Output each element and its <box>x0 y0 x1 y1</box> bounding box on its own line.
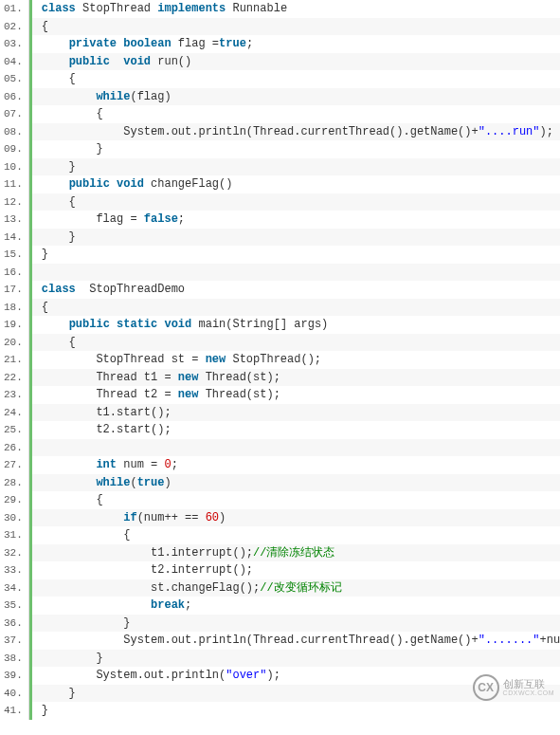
code-token: StopThread st = <box>42 353 206 366</box>
code-token: new <box>178 388 206 401</box>
code-token: } <box>42 248 48 261</box>
code-line: } <box>32 685 560 703</box>
code-token <box>42 511 123 524</box>
line-number: 24. <box>0 404 28 422</box>
code-token: ; <box>172 458 178 471</box>
code-token: public <box>69 55 124 68</box>
line-number: 38. <box>0 650 28 668</box>
line-number: 35. <box>0 597 28 615</box>
code-token: t2.interrupt(); <box>42 563 253 577</box>
code-token: num = <box>123 458 164 471</box>
code-token: implements <box>157 2 232 15</box>
code-line <box>32 439 560 457</box>
code-line: while(flag) <box>32 88 560 106</box>
line-number: 41. <box>0 702 28 720</box>
code-token: class <box>42 283 89 296</box>
code-token: } <box>42 160 76 174</box>
code-token: } <box>42 230 76 244</box>
code-line: break; <box>32 597 560 615</box>
code-token: { <box>42 20 48 33</box>
code-line: } <box>32 615 560 633</box>
code-line: public void changeFlag() <box>32 175 560 193</box>
code-token: //清除冻结状态 <box>253 546 334 560</box>
code-token: class <box>42 2 82 15</box>
code-line: } <box>32 650 560 668</box>
code-token: ) <box>219 511 226 524</box>
code-line: while(true) <box>32 474 560 492</box>
line-number: 27. <box>0 456 28 474</box>
code-token <box>42 318 69 331</box>
code-line: { <box>32 334 560 352</box>
code-token: System.out.println(Thread.currentThread(… <box>42 634 479 647</box>
code-token: run() <box>157 55 191 68</box>
code-token: int <box>96 458 123 471</box>
code-block: 01.02.03.04.05.06.07.08.09.10.11.12.13.1… <box>0 0 560 720</box>
code-token: t1.interrupt(); <box>42 546 253 560</box>
code-line: public void run() <box>32 53 560 71</box>
line-number: 40. <box>0 685 28 703</box>
code-line: } <box>32 702 560 720</box>
code-token: 60 <box>206 511 219 524</box>
code-line: System.out.println(Thread.currentThread(… <box>32 123 560 141</box>
code-token: changeFlag() <box>151 177 232 191</box>
line-number: 33. <box>0 561 28 579</box>
code-token: while <box>96 90 130 103</box>
code-token: ); <box>266 669 280 682</box>
code-token: { <box>42 72 76 85</box>
code-token: void <box>117 177 151 191</box>
code-token: public <box>69 318 117 331</box>
code-token: } <box>42 652 103 665</box>
code-token: Thread(st); <box>206 371 280 384</box>
code-line: { <box>32 299 560 317</box>
code-line: public static void main(String[] args) <box>32 316 560 334</box>
line-number: 22. <box>0 369 28 387</box>
code-line: private boolean flag =true; <box>32 35 560 53</box>
line-number: 01. <box>0 0 28 18</box>
code-line: { <box>32 105 560 123</box>
code-token: StopThread(); <box>232 353 321 366</box>
line-number: 12. <box>0 193 28 211</box>
code-token: { <box>42 195 76 209</box>
code-token: } <box>42 142 103 156</box>
code-token: { <box>42 107 103 120</box>
code-token: "over" <box>226 669 266 682</box>
line-number: 13. <box>0 211 28 229</box>
code-line: } <box>32 140 560 158</box>
line-number: 29. <box>0 491 28 509</box>
code-token: t2.start(); <box>42 423 172 436</box>
code-line: StopThread st = new StopThread(); <box>32 351 560 369</box>
code-token: Thread t1 = <box>42 371 178 384</box>
code-line: System.out.println("over"); <box>32 667 560 685</box>
code-token: +num); <box>540 634 561 647</box>
code-line: Thread t1 = new Thread(st); <box>32 369 560 387</box>
line-number: 04. <box>0 53 28 71</box>
line-number: 11. <box>0 175 28 193</box>
line-number: 09. <box>0 140 28 158</box>
code-line: if(num++ == 60) <box>32 509 560 527</box>
code-token: StopThreadDemo <box>89 283 185 296</box>
line-number: 32. <box>0 544 28 562</box>
code-line: Thread t2 = new Thread(st); <box>32 386 560 404</box>
line-number: 26. <box>0 439 28 457</box>
code-token: "....run" <box>479 125 540 138</box>
line-number: 25. <box>0 421 28 439</box>
code-line: class StopThreadDemo <box>32 281 560 299</box>
code-line: t1.interrupt();//清除冻结状态 <box>32 544 560 562</box>
code-token: while <box>96 476 130 489</box>
code-token: true <box>219 37 246 50</box>
code-token: boolean <box>123 37 178 50</box>
code-line: { <box>32 18 560 36</box>
line-number: 05. <box>0 70 28 88</box>
code-token: ); <box>540 125 553 138</box>
code-token <box>42 90 97 103</box>
code-token: void <box>123 55 157 68</box>
code-token: ) <box>164 476 171 489</box>
code-token <box>42 458 97 471</box>
code-token: //改变循环标记 <box>260 581 341 595</box>
code-line: int num = 0; <box>32 456 560 474</box>
line-number: 07. <box>0 105 28 123</box>
code-token <box>42 476 97 489</box>
code-token: } <box>42 687 76 700</box>
code-token: void <box>164 318 198 331</box>
line-number: 16. <box>0 264 28 282</box>
